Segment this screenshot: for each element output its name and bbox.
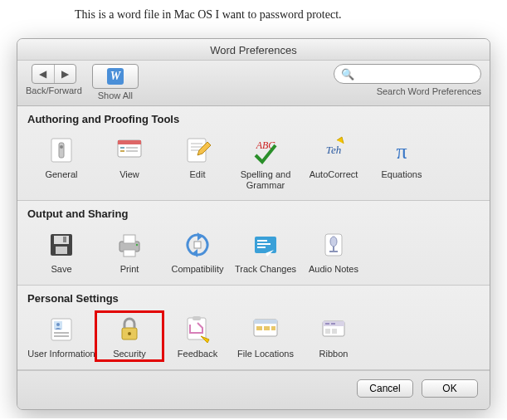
cancel-button[interactable]: Cancel [357, 379, 413, 398]
back-forward-label: Back/Forward [26, 85, 82, 95]
toolbar: ◀ ▶ Back/Forward W Show All 🔍 Search Wor… [17, 61, 490, 106]
svg-rect-51 [271, 326, 275, 330]
svg-marker-25 [197, 232, 202, 241]
svg-point-24 [136, 244, 138, 246]
pref-save-label: Save [27, 264, 95, 275]
section-authoring: Authoring and Proofing Tools General Vie… [17, 106, 490, 201]
pref-equations[interactable]: π Equations [368, 132, 436, 192]
pref-compatibility[interactable]: Compatibility [163, 227, 232, 276]
ribbon-icon [317, 313, 350, 346]
pref-security-label: Security [95, 349, 163, 359]
pref-ribbon[interactable]: Ribbon [300, 311, 368, 361]
word-icon: W [107, 68, 124, 85]
svg-rect-50 [264, 326, 270, 330]
pref-user-info[interactable]: User Information [27, 311, 95, 361]
pref-edit-label: Edit [163, 169, 232, 180]
svg-rect-55 [331, 323, 335, 325]
pref-compatibility-label: Compatibility [163, 264, 232, 275]
window-title: Word Preferences [17, 39, 490, 61]
search-input[interactable] [358, 67, 474, 81]
svg-marker-26 [193, 249, 197, 257]
pref-save[interactable]: Save [27, 227, 95, 276]
file-locations-icon [249, 313, 282, 346]
pref-general[interactable]: General [27, 132, 95, 192]
svg-rect-6 [120, 150, 124, 152]
svg-point-39 [56, 323, 60, 326]
forward-button[interactable]: ▶ [54, 65, 76, 83]
pref-autocorrect-label: AutoCorrect [300, 169, 368, 180]
svg-point-43 [128, 332, 131, 335]
svg-rect-29 [257, 240, 267, 242]
pref-print-label: Print [95, 264, 163, 275]
svg-rect-41 [54, 335, 69, 337]
section-output-title: Output and Sharing [27, 208, 480, 220]
show-all-label: Show All [92, 90, 139, 100]
svg-rect-7 [126, 147, 138, 149]
svg-rect-5 [120, 147, 124, 149]
pref-file-locations[interactable]: File Locations [232, 311, 300, 361]
search-icon: 🔍 [341, 68, 354, 81]
svg-rect-45 [193, 316, 201, 320]
view-icon [113, 134, 146, 167]
spelling-icon: ABC [249, 134, 282, 167]
svg-rect-1 [59, 143, 64, 158]
preferences-window: Word Preferences ◀ ▶ Back/Forward W Show… [17, 38, 490, 410]
section-personal-title: Personal Settings [27, 292, 480, 305]
feedback-icon [181, 313, 214, 346]
svg-rect-4 [118, 140, 141, 144]
svg-rect-40 [54, 332, 69, 334]
search-label: Search Word Preferences [334, 86, 481, 96]
svg-rect-20 [63, 237, 66, 242]
pref-spelling[interactable]: ABC Spelling and Grammar [232, 132, 300, 192]
pref-user-info-label: User Information [27, 349, 95, 359]
pref-view-label: View [95, 169, 163, 180]
pref-track-changes[interactable]: Track Changes [232, 227, 300, 276]
svg-rect-18 [54, 236, 69, 244]
pref-track-changes-label: Track Changes [232, 264, 300, 275]
back-forward-segment: ◀ ▶ [32, 64, 76, 84]
svg-rect-8 [126, 150, 138, 152]
edit-icon [181, 134, 214, 167]
svg-rect-22 [124, 235, 135, 243]
svg-rect-54 [325, 323, 329, 325]
intro-text: This is a word file in Mac OS I want to … [0, 0, 507, 22]
pref-file-locations-label: File Locations [232, 349, 300, 359]
equations-icon: π [385, 134, 418, 167]
svg-text:Teh: Teh [326, 144, 341, 156]
svg-rect-23 [124, 250, 135, 256]
pref-feedback[interactable]: Feedback [163, 311, 232, 361]
svg-point-2 [60, 145, 63, 149]
pref-equations-label: Equations [368, 169, 436, 180]
track-changes-icon [249, 228, 282, 261]
svg-rect-30 [257, 243, 271, 245]
user-info-icon [45, 313, 78, 346]
pref-edit[interactable]: Edit [163, 132, 232, 192]
pref-ribbon-label: Ribbon [300, 349, 368, 359]
general-icon [45, 134, 78, 167]
section-personal: Personal Settings User Information Secur… [17, 286, 490, 370]
pref-security[interactable]: Security [95, 311, 163, 361]
svg-rect-48 [254, 320, 277, 324]
svg-point-34 [330, 237, 337, 247]
pref-autocorrect[interactable]: Teh AutoCorrect [300, 132, 368, 192]
pref-spelling-label: Spelling and Grammar [232, 169, 300, 190]
ok-button[interactable]: OK [422, 379, 478, 398]
compatibility-icon [181, 228, 214, 261]
print-icon [113, 228, 146, 261]
svg-rect-56 [325, 329, 330, 334]
audio-notes-icon [317, 228, 350, 261]
section-authoring-title: Authoring and Proofing Tools [27, 113, 480, 125]
show-all-button[interactable]: W [92, 64, 139, 89]
pref-general-label: General [27, 169, 95, 180]
svg-rect-27 [194, 242, 201, 248]
svg-rect-19 [56, 247, 67, 254]
pref-print[interactable]: Print [95, 227, 163, 276]
svg-rect-57 [332, 329, 337, 334]
back-button[interactable]: ◀ [32, 65, 54, 83]
pref-view[interactable]: View [95, 132, 163, 192]
pref-audio-notes-label: Audio Notes [300, 264, 368, 275]
pref-audio-notes[interactable]: Audio Notes [300, 227, 368, 276]
svg-text:π: π [396, 139, 407, 164]
autocorrect-icon: Teh [317, 134, 350, 167]
security-icon [113, 313, 146, 346]
